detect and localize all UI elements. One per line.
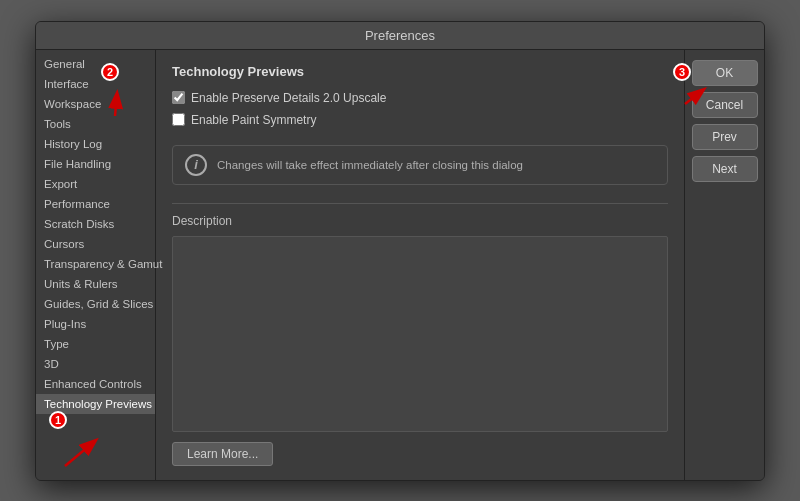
- checkbox-paint-symmetry-label[interactable]: Enable Paint Symmetry: [191, 113, 316, 127]
- sidebar-item-enhanced-controls[interactable]: Enhanced Controls: [36, 374, 155, 394]
- dialog-title: Preferences: [36, 22, 764, 50]
- info-text: Changes will take effect immediately aft…: [217, 159, 523, 171]
- sidebar-item-history-log[interactable]: History Log: [36, 134, 155, 154]
- sidebar: General Interface Workspace Tools Histor…: [36, 50, 156, 480]
- sidebar-item-performance[interactable]: Performance: [36, 194, 155, 214]
- ok-button[interactable]: OK: [692, 60, 758, 86]
- checkbox-row-2: Enable Paint Symmetry: [172, 113, 668, 127]
- learn-more-button[interactable]: Learn More...: [172, 442, 273, 466]
- checkbox-paint-symmetry[interactable]: [172, 113, 185, 126]
- description-area: [172, 236, 668, 432]
- sidebar-item-tools[interactable]: Tools: [36, 114, 155, 134]
- sidebar-item-plug-ins[interactable]: Plug-Ins: [36, 314, 155, 334]
- checkbox-preserve-details-label[interactable]: Enable Preserve Details 2.0 Upscale: [191, 91, 386, 105]
- info-icon: i: [185, 154, 207, 176]
- cancel-button[interactable]: Cancel: [692, 92, 758, 118]
- section-title: Technology Previews: [172, 64, 668, 79]
- sidebar-item-cursors[interactable]: Cursors: [36, 234, 155, 254]
- checkbox-row-1: Enable Preserve Details 2.0 Upscale: [172, 91, 668, 105]
- action-buttons: OK Cancel Prev Next: [684, 50, 764, 480]
- checkbox-preserve-details[interactable]: [172, 91, 185, 104]
- sidebar-item-workspace[interactable]: Workspace: [36, 94, 155, 114]
- sidebar-item-file-handling[interactable]: File Handling: [36, 154, 155, 174]
- sidebar-item-interface[interactable]: Interface: [36, 74, 155, 94]
- sidebar-item-guides-grid-slices[interactable]: Guides, Grid & Slices: [36, 294, 155, 314]
- sidebar-item-export[interactable]: Export: [36, 174, 155, 194]
- prev-button[interactable]: Prev: [692, 124, 758, 150]
- sidebar-item-transparency-gamut[interactable]: Transparency & Gamut: [36, 254, 155, 274]
- sidebar-item-units-rulers[interactable]: Units & Rulers: [36, 274, 155, 294]
- sidebar-item-3d[interactable]: 3D: [36, 354, 155, 374]
- main-content: Technology Previews Enable Preserve Deta…: [156, 50, 684, 480]
- sidebar-item-scratch-disks[interactable]: Scratch Disks: [36, 214, 155, 234]
- sidebar-item-technology-previews[interactable]: Technology Previews: [36, 394, 155, 414]
- next-button[interactable]: Next: [692, 156, 758, 182]
- sidebar-item-type[interactable]: Type: [36, 334, 155, 354]
- divider: [172, 203, 668, 204]
- info-box: i Changes will take effect immediately a…: [172, 145, 668, 185]
- sidebar-item-general[interactable]: General: [36, 54, 155, 74]
- description-label: Description: [172, 214, 668, 228]
